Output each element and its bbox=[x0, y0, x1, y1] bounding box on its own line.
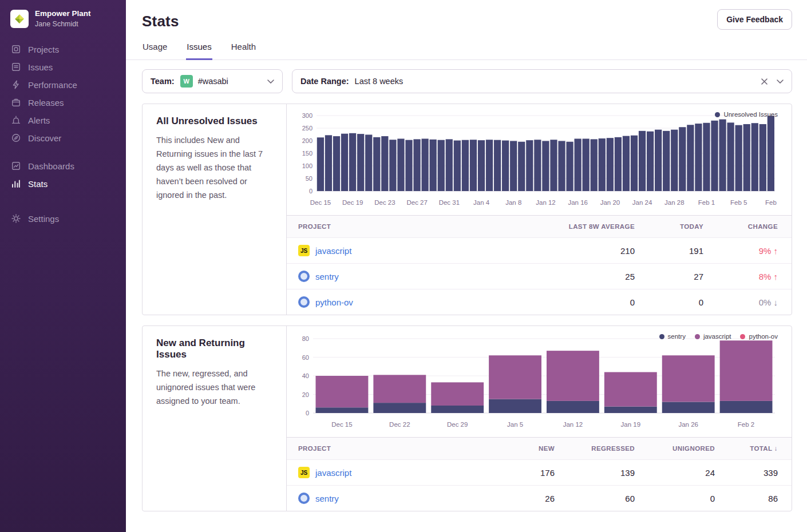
chevron-down-icon[interactable] bbox=[777, 80, 784, 84]
sentry-platform-icon bbox=[298, 493, 310, 504]
average-value: 210 bbox=[517, 238, 648, 264]
column-header-regressed[interactable]: Regressed bbox=[568, 438, 648, 460]
column-header-project[interactable]: Project bbox=[287, 216, 517, 238]
svg-text:Dec 22: Dec 22 bbox=[389, 421, 410, 428]
svg-text:Dec 29: Dec 29 bbox=[447, 421, 468, 428]
today-value: 27 bbox=[648, 264, 717, 289]
app-root: Empower Plant Jane Schmidt Projects Issu… bbox=[0, 0, 807, 532]
filter-bar: Team: W #wasabi Date Range: Last 8 weeks bbox=[142, 69, 792, 93]
dashboards-icon bbox=[11, 161, 21, 170]
svg-text:250: 250 bbox=[302, 125, 312, 132]
unresolved-issues-chart[interactable]: 050100150200250300Dec 15Dec 19Dec 23Dec … bbox=[294, 110, 780, 211]
javascript-platform-icon: JS bbox=[298, 467, 310, 478]
python-platform-icon bbox=[298, 296, 310, 308]
performance-icon bbox=[11, 80, 21, 89]
org-logo-icon bbox=[14, 14, 25, 24]
sidebar-item-projects[interactable]: Projects bbox=[0, 41, 126, 58]
panel-description: The new, regressed, and unignored issues… bbox=[156, 367, 272, 408]
total-value: 86 bbox=[729, 486, 792, 511]
column-header-change[interactable]: Change bbox=[717, 216, 792, 238]
date-range-value: Last 8 weeks bbox=[355, 77, 404, 86]
main-area: Stats Give Feedback Usage Issues Health … bbox=[126, 0, 807, 532]
new-returning-issues-chart[interactable]: 020406080Dec 15Dec 22Dec 29Jan 5Jan 12Ja… bbox=[294, 332, 780, 432]
page-title: Stats bbox=[142, 13, 791, 30]
tab-issues[interactable]: Issues bbox=[186, 42, 212, 60]
project-link[interactable]: python-ov bbox=[315, 297, 353, 307]
legend-item-sentry[interactable]: sentry bbox=[659, 333, 686, 340]
average-value: 25 bbox=[517, 264, 648, 289]
project-link[interactable]: javascript bbox=[315, 246, 351, 256]
column-header-new[interactable]: New bbox=[500, 438, 568, 460]
org-user: Jane Schmidt bbox=[35, 20, 91, 29]
legend-dot bbox=[695, 334, 700, 339]
sidebar-item-dashboards[interactable]: Dashboards bbox=[0, 157, 126, 175]
org-name: Empower Plant bbox=[35, 9, 91, 19]
team-label: Team: bbox=[151, 77, 175, 86]
project-link[interactable]: sentry bbox=[315, 272, 339, 281]
projects-icon bbox=[11, 45, 21, 54]
sidebar-item-releases[interactable]: Releases bbox=[0, 94, 126, 112]
today-value: 191 bbox=[648, 238, 717, 264]
panel-title: All Unresolved Issues bbox=[156, 116, 272, 127]
panel-title: New and Returning Issues bbox=[156, 338, 272, 360]
chart-legend: Unresolved Issues bbox=[715, 111, 778, 118]
table-row: sentry 25 27 8% ↑ bbox=[287, 264, 792, 289]
clear-date-icon[interactable] bbox=[761, 78, 768, 85]
org-switcher[interactable]: Empower Plant Jane Schmidt bbox=[0, 0, 126, 41]
legend-item-javascript[interactable]: javascript bbox=[695, 333, 731, 340]
legend-label: javascript bbox=[703, 333, 731, 340]
sidebar-item-label: Performance bbox=[28, 80, 77, 90]
date-range-select[interactable]: Date Range: Last 8 weeks bbox=[292, 69, 792, 93]
sidebar-item-alerts[interactable]: Alerts bbox=[0, 112, 126, 129]
regressed-value: 139 bbox=[568, 460, 648, 486]
svg-text:80: 80 bbox=[302, 335, 309, 342]
sidebar-item-issues[interactable]: Issues bbox=[0, 58, 126, 76]
org-logo bbox=[10, 10, 29, 28]
average-value: 0 bbox=[517, 289, 648, 315]
regressed-value: 60 bbox=[568, 486, 648, 511]
project-link[interactable]: sentry bbox=[315, 494, 339, 503]
sidebar-item-label: Releases bbox=[28, 98, 64, 108]
project-link[interactable]: javascript bbox=[315, 468, 351, 478]
svg-text:Jan 24: Jan 24 bbox=[632, 199, 652, 206]
change-value: 8% ↑ bbox=[717, 264, 792, 289]
sidebar-item-label: Issues bbox=[28, 62, 53, 72]
sidebar-item-label: Alerts bbox=[28, 116, 50, 125]
svg-text:Jan 4: Jan 4 bbox=[473, 199, 490, 206]
sidebar-item-label: Projects bbox=[28, 45, 59, 54]
new-value: 26 bbox=[500, 486, 568, 511]
date-range-label: Date Range: bbox=[300, 77, 349, 86]
releases-icon bbox=[11, 98, 21, 107]
svg-text:0: 0 bbox=[309, 188, 312, 194]
column-header-project[interactable]: Project bbox=[287, 438, 500, 460]
change-value: 9% ↑ bbox=[717, 238, 792, 264]
tab-health[interactable]: Health bbox=[231, 42, 256, 60]
legend-dot bbox=[659, 334, 664, 339]
new-value: 176 bbox=[500, 460, 568, 486]
tab-usage[interactable]: Usage bbox=[142, 42, 168, 60]
column-header-today[interactable]: Today bbox=[648, 216, 717, 238]
svg-text:Jan 5: Jan 5 bbox=[507, 421, 523, 428]
sidebar-item-stats[interactable]: Stats bbox=[0, 175, 126, 193]
svg-text:Jan 12: Jan 12 bbox=[536, 199, 556, 206]
column-header-unignored[interactable]: Unignored bbox=[648, 438, 729, 460]
stats-icon bbox=[11, 179, 21, 188]
legend-label: sentry bbox=[668, 333, 686, 340]
column-header-total[interactable]: Total ↓ bbox=[729, 438, 792, 460]
svg-text:Jan 12: Jan 12 bbox=[563, 421, 583, 428]
svg-text:150: 150 bbox=[302, 150, 312, 157]
chart-legend: sentryjavascriptpython-ov bbox=[659, 333, 778, 340]
unignored-value: 24 bbox=[648, 460, 729, 486]
team-value: #wasabi bbox=[198, 77, 228, 86]
legend-item-python-ov[interactable]: python-ov bbox=[740, 333, 778, 340]
svg-text:50: 50 bbox=[306, 175, 312, 182]
table-row: JS javascript 210 191 9% ↑ bbox=[287, 238, 792, 264]
sidebar-item-discover[interactable]: Discover bbox=[0, 129, 126, 147]
legend-dot bbox=[740, 334, 745, 339]
give-feedback-button[interactable]: Give Feedback bbox=[717, 9, 792, 30]
sidebar-item-performance[interactable]: Performance bbox=[0, 76, 126, 94]
column-header-average[interactable]: Last 8w Average bbox=[517, 216, 648, 238]
team-select[interactable]: Team: W #wasabi bbox=[142, 69, 283, 93]
sidebar-item-settings[interactable]: Settings bbox=[0, 210, 126, 228]
legend-item-unresolved-issues[interactable]: Unresolved Issues bbox=[715, 111, 778, 118]
